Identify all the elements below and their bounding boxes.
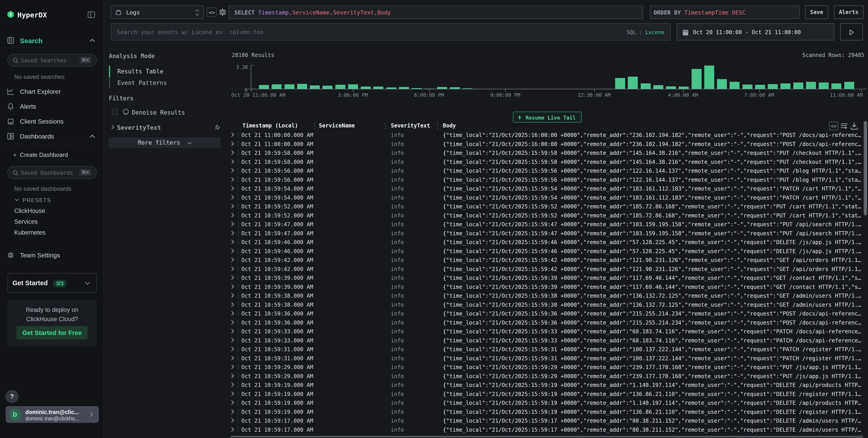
row-expand-icon[interactable] [231,320,234,325]
more-filters-button[interactable]: More filters [109,137,221,148]
row-expand-icon[interactable] [231,248,234,254]
table-row[interactable]: Oct 21 10:59:39.000 AMinfo{"time_local":… [226,282,868,291]
row-expand-icon[interactable] [231,373,234,378]
severity-filter-group[interactable]: SeverityText [117,124,161,131]
help-button[interactable]: ? [6,390,18,403]
row-expand-icon[interactable] [231,141,234,146]
row-expand-icon[interactable] [231,293,234,298]
mode-results-table[interactable]: Results Table [117,68,163,75]
table-row[interactable]: Oct 21 10:59:29.000 AMinfo{"time_local":… [226,363,868,372]
row-expand-icon[interactable] [231,302,234,307]
table-row[interactable]: Oct 21 10:59:19.000 AMinfo{"time_local":… [226,398,868,407]
sidebar-item-dashboards[interactable]: Dashboards [20,133,54,140]
row-expand-icon[interactable] [231,186,234,191]
table-row[interactable]: Oct 21 10:59:36.000 AMinfo{"time_local":… [226,309,868,318]
table-row[interactable]: Oct 21 10:59:58.000 AMinfo{"time_local":… [226,148,868,157]
table-row[interactable]: Oct 21 10:59:19.000 AMinfo{"time_local":… [226,380,868,390]
mode-event-patterns[interactable]: Event Patterns [117,79,167,86]
row-expand-icon[interactable] [231,239,234,244]
pin-icon[interactable] [214,124,221,130]
table-row[interactable]: Oct 21 10:59:54.000 AMinfo{"time_local":… [226,184,868,193]
get-started-panel[interactable]: Get Started 3/3 [7,273,97,293]
table-row[interactable]: Oct 21 10:59:46.000 AMinfo{"time_local":… [226,238,868,246]
row-expand-icon[interactable] [231,338,234,343]
gear-icon[interactable] [218,8,227,16]
row-expand-icon[interactable] [231,427,234,432]
table-row[interactable]: Oct 21 10:59:54.000 AMinfo{"time_local":… [226,193,868,202]
row-expand-icon[interactable] [231,150,234,155]
row-expand-icon[interactable] [231,391,234,396]
row-expand-icon[interactable] [231,409,234,414]
table-row[interactable]: Oct 21 10:59:36.000 AMinfo{"time_local":… [226,318,868,327]
row-expand-icon[interactable] [231,204,234,209]
table-row[interactable]: Oct 21 10:59:56.000 AMinfo{"time_local":… [226,175,868,184]
table-row[interactable]: Oct 21 10:59:39.000 AMinfo{"time_local":… [226,273,868,282]
row-expand-icon[interactable] [231,168,234,173]
sidebar-item-chart-explorer[interactable]: Chart Explorer [20,88,61,95]
table-row[interactable]: Oct 21 10:59:19.000 AMinfo{"time_local":… [226,390,868,399]
row-expand-icon[interactable] [231,329,234,334]
preset-services[interactable]: Services [14,218,38,225]
row-expand-icon[interactable] [231,213,234,217]
table-row[interactable]: Oct 21 10:59:33.000 AMinfo{"time_local":… [226,327,868,336]
row-expand-icon[interactable] [231,382,234,387]
saved-searches-input[interactable]: Saved Searches ⌘K [7,54,97,67]
row-expand-icon[interactable] [231,311,234,316]
vertical-scrollbar[interactable] [864,121,867,215]
code-toggle-button[interactable]: <> [207,7,217,17]
table-row[interactable]: Oct 21 10:59:52.000 AMinfo{"time_local":… [226,202,868,211]
row-expand-icon[interactable] [231,222,234,227]
table-row[interactable]: Oct 21 11:00:00.000 AMinfo{"time_local":… [226,139,868,148]
table-row[interactable]: Oct 21 10:59:58.000 AMinfo{"time_local":… [226,157,868,166]
table-row[interactable]: Oct 21 10:59:47.000 AMinfo{"time_local":… [226,229,868,238]
table-row[interactable]: Oct 21 10:59:46.000 AMinfo{"time_local":… [226,246,868,256]
collapse-sidebar-icon[interactable] [88,11,95,18]
row-expand-icon[interactable] [231,266,234,271]
table-row[interactable]: Oct 21 10:59:33.000 AMinfo{"time_local":… [226,336,868,345]
table-row[interactable]: Oct 21 10:59:38.000 AMinfo{"time_local":… [226,300,868,309]
sidebar-item-search[interactable]: Search [20,37,42,45]
table-row[interactable]: Oct 21 10:59:56.000 AMinfo{"time_local":… [226,166,868,175]
source-select[interactable]: Logs [111,5,204,19]
table-row[interactable]: Oct 21 10:59:17.000 AMinfo{"time_local":… [226,416,868,425]
row-expand-icon[interactable] [231,346,234,351]
row-expand-icon[interactable] [231,132,234,137]
saved-dashboards-input[interactable]: Saved Dashboards ⌘K [7,166,97,179]
get-started-free-button[interactable]: Get Started for Free [17,326,88,339]
chevron-up-icon[interactable] [90,135,95,138]
create-dashboard-button[interactable]: + Create Dashboard [13,151,68,159]
row-expand-icon[interactable] [231,177,234,182]
row-expand-icon[interactable] [231,275,234,280]
chevron-down-icon[interactable] [14,198,19,201]
horizontal-scrollbar[interactable] [231,436,863,438]
table-row[interactable]: Oct 21 10:59:38.000 AMinfo{"time_local":… [226,291,868,300]
chevron-right-icon[interactable] [111,125,114,130]
presets-header[interactable]: PRESETS [23,197,51,203]
row-expand-icon[interactable] [231,257,234,262]
preset-kubernetes[interactable]: Kubernetes [14,229,45,236]
table-row[interactable]: Oct 21 10:59:42.000 AMinfo{"time_local":… [226,256,868,264]
table-row[interactable]: Oct 21 10:59:29.000 AMinfo{"time_local":… [226,372,868,380]
denoise-checkbox[interactable] [112,109,118,115]
table-row[interactable]: Oct 21 10:59:42.000 AMinfo{"time_local":… [226,264,868,273]
row-expand-icon[interactable] [231,195,234,200]
row-expand-icon[interactable] [231,400,234,405]
preset-clickhouse[interactable]: ClickHouse [14,207,45,214]
table-row[interactable]: Oct 21 10:59:47.000 AMinfo{"time_local":… [226,220,868,229]
sidebar-item-alerts[interactable]: Alerts [20,103,36,110]
denoise-label[interactable]: Denoise Results [132,109,185,116]
sidebar-item-client-sessions[interactable]: Client Sessions [20,118,64,125]
table-row[interactable]: Oct 21 10:59:52.000 AMinfo{"time_local":… [226,211,868,220]
table-row[interactable]: Oct 21 10:59:17.000 AMinfo{"time_local":… [226,425,868,434]
row-expand-icon[interactable] [231,159,234,164]
table-row[interactable]: Oct 21 10:59:31.000 AMinfo{"time_local":… [226,354,868,363]
row-expand-icon[interactable] [231,356,234,361]
row-expand-icon[interactable] [231,418,234,423]
table-row[interactable]: Oct 21 10:59:19.000 AMinfo{"time_local":… [226,407,868,416]
table-row[interactable]: Oct 21 11:00:00.000 AMinfo{"time_local":… [226,130,868,139]
sidebar-item-team-settings[interactable]: Team Settings [20,252,60,259]
row-expand-icon[interactable] [231,364,234,369]
table-row[interactable]: Oct 21 10:59:31.000 AMinfo{"time_local":… [226,345,868,354]
row-expand-icon[interactable] [231,231,234,236]
row-expand-icon[interactable] [231,284,234,289]
